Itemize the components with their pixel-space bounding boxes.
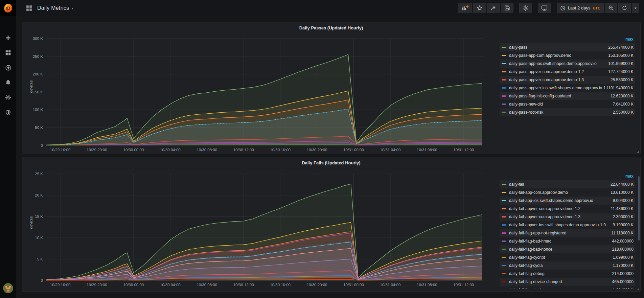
legend-series-label[interactable]: daily-pass-appver-com.approov.demo-1.2 <box>509 69 608 74</box>
legend-series-label[interactable]: daily-fail-app-ios.swift.shapes.demo.app… <box>509 198 613 203</box>
legend-series-max-value: 9.004000 K <box>613 198 634 203</box>
svg-text:10/31 00:00: 10/31 00:00 <box>343 283 364 287</box>
timezone-badge: UTC <box>593 6 600 10</box>
legend-series-label[interactable]: daily-pass-app-com.approov.demo <box>509 53 608 58</box>
series-color-swatch-icon <box>502 257 506 258</box>
shield-icon <box>5 110 11 116</box>
legend-series-label[interactable]: daily-fail-app-com.approov.demo <box>509 190 611 195</box>
dashboard-breadcrumb-icon[interactable] <box>26 5 32 12</box>
legend-row: daily-fail-flag-bad-nonce218.000000 <box>500 245 635 253</box>
series-color-swatch-icon <box>502 232 506 234</box>
dashboard-settings-button[interactable] <box>519 3 532 13</box>
settings-gear-icon <box>523 5 529 11</box>
share-dashboard-button[interactable] <box>487 3 500 13</box>
save-dashboard-button[interactable] <box>501 3 513 13</box>
legend-series-label[interactable]: daily-fail-flag-device-changed <box>509 279 612 284</box>
legend-series-label[interactable]: daily-pass-new-did <box>509 102 613 107</box>
legend-series-max-value: 11.118000 K <box>611 231 634 235</box>
save-icon <box>504 5 510 11</box>
dashboard-title[interactable]: Daily Metrics <box>37 5 69 11</box>
refresh-button[interactable] <box>618 3 631 13</box>
svg-text:10/31 00:00: 10/31 00:00 <box>343 148 364 152</box>
legend-max-header[interactable]: max <box>500 35 635 43</box>
legend-series-label[interactable]: daily-fail-appver-com.approov.demo-1.3 <box>509 214 613 219</box>
dashboard-title-caret-icon[interactable]: ▾ <box>72 6 73 10</box>
svg-text:10/30 12:00: 10/30 12:00 <box>233 283 254 287</box>
svg-text:10/30 20:00: 10/30 20:00 <box>307 148 327 152</box>
series-color-swatch-icon <box>502 47 506 48</box>
legend-series-label[interactable]: daily-fail <box>509 182 611 187</box>
svg-text:200 K: 200 K <box>33 72 43 76</box>
legend-row: daily-fail-flag-cydia1.170000 K <box>500 261 635 270</box>
legend-series-label[interactable]: daily-fail-flag-debug <box>509 271 612 276</box>
legend-row: daily-pass-appver-com.approov.demo-1.325… <box>500 76 635 84</box>
legend-series-label[interactable]: daily-fail-flag-app-not-registered <box>509 231 611 235</box>
legend-series-label[interactable]: daily-fail-appver-com.approov.demo-1.2 <box>509 206 611 211</box>
grafana-logo[interactable] <box>0 0 16 16</box>
legend-series-max-value: 1.099000 K <box>613 255 634 260</box>
legend-series-label[interactable]: daily-fail-flag-cydia <box>509 263 613 268</box>
series-color-swatch-icon <box>502 192 506 193</box>
plus-icon <box>5 35 11 41</box>
legend-series-max-value: 1.094000 K <box>613 288 634 289</box>
compass-icon <box>5 65 12 71</box>
series-color-swatch-icon <box>502 240 506 242</box>
legend-row: daily-fail-flag-device-1.094000 K <box>500 286 635 289</box>
legend-series-max-value: 11.436000 K <box>611 206 634 211</box>
legend-series-max-value: 465.000000 <box>612 279 634 284</box>
star-dashboard-button[interactable] <box>473 3 486 13</box>
legend-series-label[interactable]: daily-fail-flag-cycript <box>509 255 613 260</box>
legend-row: daily-pass-new-did7.641000 K <box>500 100 635 108</box>
sidebar-item-explore[interactable] <box>0 61 16 74</box>
kiosk-mode-button[interactable] <box>538 3 551 13</box>
legend-row: daily-pass-root-risk2.550000 K <box>500 108 635 116</box>
gear-icon <box>5 94 11 100</box>
sidebar-item-alerting[interactable] <box>0 76 16 89</box>
sidebar-item-create[interactable] <box>0 31 16 45</box>
add-panel-button[interactable] <box>458 3 472 13</box>
zoom-out-time-button[interactable] <box>605 3 617 13</box>
legend-series-label[interactable]: daily-pass-flag-init-config-outdated <box>509 94 611 98</box>
legend-max-header[interactable]: max <box>500 172 635 180</box>
svg-text:10/30 08:00: 10/30 08:00 <box>197 283 217 287</box>
legend-row: daily-fail-flag-app-not-registered11.118… <box>500 229 635 237</box>
clock-icon <box>560 5 566 11</box>
legend-series-label[interactable]: daily-pass <box>509 45 608 50</box>
legend-series-label[interactable]: daily-pass-app-ios.swift.shapes.demo.app… <box>509 61 608 66</box>
legend-row: daily-pass-flag-init-config-outdated12.6… <box>500 92 635 100</box>
svg-text:10/31 08:00: 10/31 08:00 <box>417 148 437 152</box>
legend-series-label[interactable]: daily-fail-flag-bad-hmac <box>509 239 612 244</box>
sidebar-item-server-admin[interactable] <box>0 106 16 119</box>
legend-series-label[interactable]: daily-pass-appver-ios.swift.shapes.demo.… <box>509 86 608 90</box>
panel-resize-handle[interactable] <box>637 151 639 153</box>
svg-text:0: 0 <box>41 278 43 282</box>
legend-series-label[interactable]: daily-fail-flag-bad-nonce <box>509 247 612 252</box>
svg-text:150 K: 150 K <box>33 90 43 94</box>
bell-icon <box>5 79 11 86</box>
series-color-swatch-icon <box>502 281 506 282</box>
series-color-swatch-icon <box>502 265 506 266</box>
svg-text:10/30 04:00: 10/30 04:00 <box>160 148 181 152</box>
user-avatar[interactable] <box>3 283 13 293</box>
refresh-interval-dropdown[interactable] <box>632 3 639 13</box>
legend-scrollbar-thumb[interactable] <box>638 176 640 240</box>
legend-series-max-value: 101.949000 K <box>608 86 634 90</box>
legend-series-label[interactable]: daily-pass-appver-com.approov.demo-1.3 <box>509 77 611 82</box>
series-color-swatch-icon <box>502 208 506 209</box>
panel-resize-handle[interactable] <box>637 288 639 290</box>
sidebar-item-configuration[interactable] <box>0 91 16 104</box>
series-color-swatch-icon <box>502 273 506 274</box>
legend-series-label[interactable]: daily-fail-flag-device- <box>509 288 613 289</box>
legend-series-label[interactable]: daily-pass-root-risk <box>509 110 613 115</box>
svg-text:10/30 16:00: 10/30 16:00 <box>270 283 291 287</box>
legend-series-max-value: 1.170000 K <box>613 263 634 268</box>
svg-text:50 K: 50 K <box>35 125 43 130</box>
sidebar-item-dashboards[interactable] <box>0 46 16 60</box>
svg-text:10 K: 10 K <box>35 236 43 240</box>
grafana-app: Daily Metrics ▾ Last 2 days UTC Daily Pa… <box>0 0 644 298</box>
legend-row: daily-pass-appver-ios.swift.shapes.demo.… <box>500 84 635 92</box>
series-color-swatch-icon <box>502 63 506 64</box>
legend-series-label[interactable]: daily-fail-appver-ios.swift.shapes.demo.… <box>509 223 613 227</box>
time-range-picker[interactable]: Last 2 days UTC <box>557 3 604 13</box>
caret-down-icon <box>634 6 638 10</box>
